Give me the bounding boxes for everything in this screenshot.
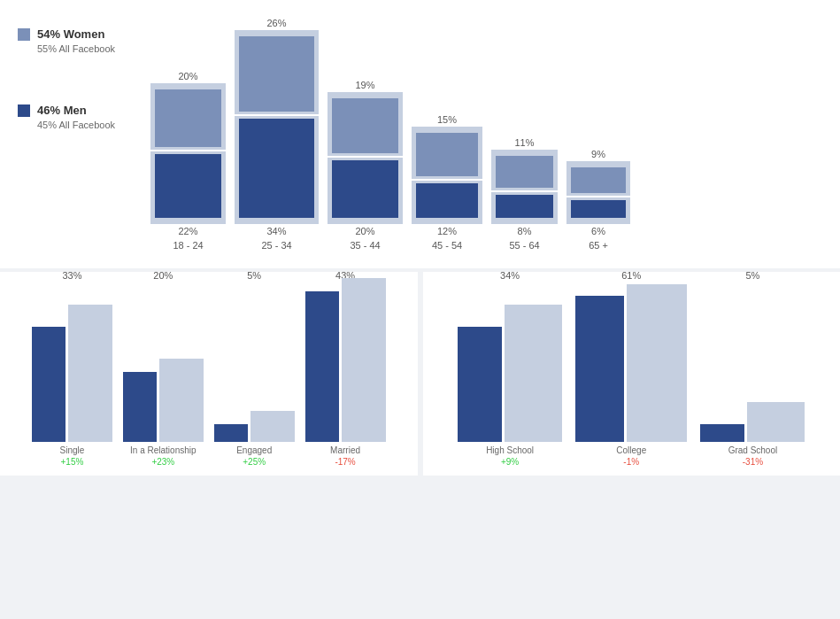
bar-fg bbox=[214, 424, 248, 442]
relationship-panel: 33%Single+15%20%In a Relationship+23%5%E… bbox=[0, 272, 418, 476]
men-bar-fg bbox=[496, 195, 553, 218]
women-bar-fg bbox=[155, 89, 221, 147]
bar-label: Grad School bbox=[728, 445, 778, 455]
bar-pct: 5% bbox=[745, 270, 759, 281]
education-bar-group: 5%Grad School-31% bbox=[692, 270, 813, 467]
women-bar-bg bbox=[412, 127, 482, 179]
men-pct-label: 20% bbox=[355, 226, 374, 236]
bar-change: +23% bbox=[151, 457, 174, 467]
age-groups-container: 20%22%18 - 2426%34%25 - 3419%20%35 - 441… bbox=[142, 18, 822, 251]
women-pct-label: 20% bbox=[178, 71, 197, 81]
women-bar-fg bbox=[416, 133, 478, 176]
panel-separator bbox=[420, 272, 421, 476]
bar-fg bbox=[123, 372, 157, 442]
bar-fg bbox=[458, 327, 502, 442]
bottom-section: 33%Single+15%20%In a Relationship+23%5%E… bbox=[0, 270, 840, 476]
bar-change: +25% bbox=[243, 457, 266, 467]
education-bar-group: 34%High School+9% bbox=[450, 270, 571, 467]
women-pct: 54% Women bbox=[37, 27, 115, 43]
age-group-65+: 9%6%65 + bbox=[566, 149, 630, 251]
bar-change: +9% bbox=[501, 457, 519, 467]
men-pct-label: 6% bbox=[591, 226, 605, 236]
age-group-label: 25 - 34 bbox=[261, 240, 291, 251]
bar-label: Engaged bbox=[236, 445, 272, 455]
bar-pct: 5% bbox=[247, 270, 261, 281]
women-pct-label: 15% bbox=[437, 114, 457, 125]
age-group-label: 18 - 24 bbox=[173, 240, 203, 251]
women-sub: 55% All Facebook bbox=[37, 43, 115, 56]
age-group-25-34: 26%34%25 - 34 bbox=[235, 18, 319, 251]
top-section: 54% Women 55% All Facebook 46% Men 45% A… bbox=[0, 0, 840, 268]
bar-change: +15% bbox=[61, 457, 84, 467]
bar-bg bbox=[747, 402, 805, 442]
women-swatch bbox=[18, 28, 30, 41]
men-bar-bg bbox=[412, 181, 482, 224]
relationship-bar-group: 5%Engaged+25% bbox=[209, 270, 300, 467]
bar-fg bbox=[305, 291, 339, 442]
relationship-bar-group: 43%Married-17% bbox=[300, 270, 391, 467]
bar-wrap bbox=[32, 282, 112, 442]
legend-men: 46% Men 45% All Facebook bbox=[18, 103, 142, 133]
age-group-55-64: 11%8%55 - 64 bbox=[491, 137, 558, 251]
men-bar-fg bbox=[416, 183, 478, 218]
women-pct-label: 9% bbox=[591, 149, 605, 159]
bar-wrap bbox=[214, 282, 295, 442]
women-bar-bg bbox=[235, 30, 319, 114]
men-bar-fg bbox=[239, 119, 314, 218]
legend-women: 54% Women 55% All Facebook bbox=[18, 27, 142, 57]
men-sub: 45% All Facebook bbox=[37, 119, 115, 132]
bar-change: -1% bbox=[623, 457, 639, 467]
bar-bg bbox=[627, 284, 687, 442]
men-pct: 46% Men bbox=[37, 103, 115, 119]
bar-change: -17% bbox=[335, 457, 355, 467]
age-group-label: 35 - 44 bbox=[350, 240, 380, 251]
bar-pct: 61% bbox=[621, 270, 641, 281]
bar-fg bbox=[700, 424, 744, 442]
bar-pct: 20% bbox=[153, 270, 173, 281]
men-pct-label: 8% bbox=[518, 226, 532, 236]
women-pct-label: 19% bbox=[355, 80, 374, 90]
education-chart: 34%High School+9%61%College-1%5%Grad Sch… bbox=[441, 290, 823, 467]
men-bar-bg bbox=[491, 192, 558, 224]
age-group-label: 65 + bbox=[589, 240, 608, 251]
men-bar-bg bbox=[566, 197, 630, 224]
education-panel: 34%High School+9%61%College-1%5%Grad Sch… bbox=[423, 272, 841, 476]
age-group-label: 55 - 64 bbox=[509, 240, 539, 251]
legend: 54% Women 55% All Facebook 46% Men 45% A… bbox=[18, 18, 142, 143]
bar-label: High School bbox=[486, 445, 534, 455]
men-bar-fg bbox=[332, 160, 398, 218]
age-group-label: 45 - 54 bbox=[432, 240, 462, 251]
bar-fg bbox=[575, 296, 624, 442]
bar-wrap bbox=[458, 282, 562, 442]
men-pct-label: 22% bbox=[178, 226, 197, 236]
relationship-chart: 33%Single+15%20%In a Relationship+23%5%E… bbox=[18, 290, 400, 467]
men-swatch bbox=[18, 104, 30, 117]
men-pct-label: 34% bbox=[266, 226, 286, 236]
bar-label: College bbox=[616, 445, 646, 455]
bar-wrap bbox=[305, 282, 386, 442]
bar-wrap bbox=[123, 282, 204, 442]
women-bar-bg bbox=[491, 150, 558, 190]
bar-fg bbox=[32, 327, 66, 442]
bar-wrap bbox=[575, 282, 687, 442]
women-bar-fg bbox=[571, 167, 626, 193]
bar-change: -31% bbox=[743, 457, 763, 467]
bar-pct: 34% bbox=[500, 270, 520, 281]
education-bar-group: 61%College-1% bbox=[571, 270, 692, 467]
men-bar-fg bbox=[155, 154, 221, 218]
men-pct-label: 12% bbox=[437, 226, 457, 236]
women-bar-bg bbox=[328, 92, 403, 156]
women-bar-fg bbox=[496, 156, 553, 188]
bar-bg bbox=[159, 359, 204, 442]
relationship-bar-group: 33%Single+15% bbox=[27, 270, 118, 467]
men-bar-bg bbox=[235, 116, 319, 224]
age-group-18-24: 20%22%18 - 24 bbox=[150, 71, 226, 251]
women-bar-fg bbox=[332, 98, 398, 153]
bar-wrap bbox=[700, 282, 805, 442]
bar-bg bbox=[342, 278, 386, 442]
bar-bg bbox=[68, 305, 112, 442]
relationship-bar-group: 20%In a Relationship+23% bbox=[118, 270, 209, 467]
age-gender-chart: 20%22%18 - 2426%34%25 - 3419%20%35 - 441… bbox=[142, 18, 822, 251]
age-group-35-44: 19%20%35 - 44 bbox=[328, 80, 403, 251]
women-bar-bg bbox=[150, 83, 226, 150]
